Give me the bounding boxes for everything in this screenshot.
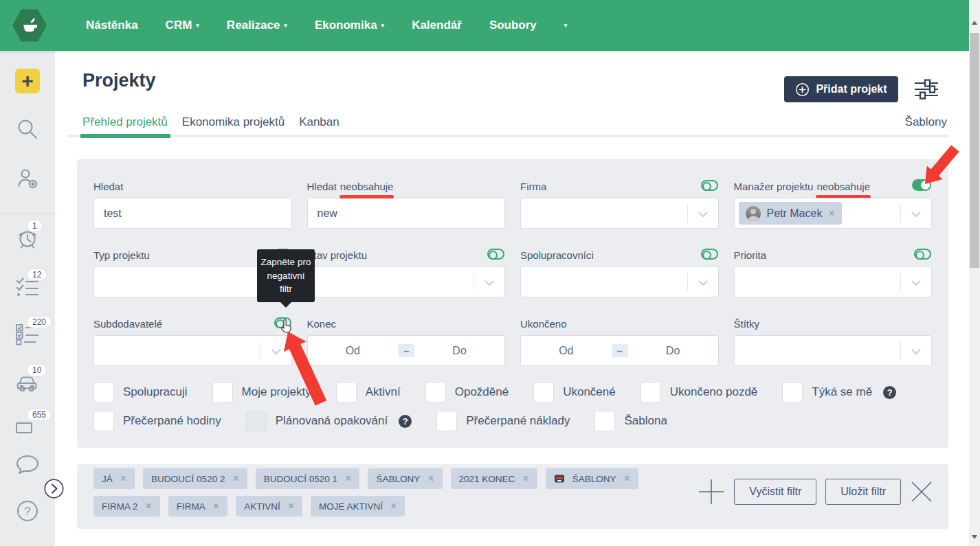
ukonceno-daterange[interactable]: Od – Do [520, 335, 719, 366]
checkbox-aktivni[interactable]: Aktivní [336, 382, 401, 402]
tab-ekonomika-projektu[interactable]: Ekonomika projektů [182, 115, 285, 129]
vertical-scrollbar[interactable] [969, 0, 980, 546]
reminders-button[interactable]: 1 [15, 226, 40, 251]
manazer-select[interactable]: Petr Macek × [734, 198, 933, 229]
trips-button[interactable]: 10 [15, 370, 40, 395]
checkbox-box[interactable] [212, 382, 233, 402]
chip-remove-icon[interactable]: × [146, 500, 152, 512]
checkbox-tyka-se-me[interactable]: Týká se mě? [782, 382, 896, 402]
saved-filter-chip[interactable]: BUDOUCÍ 0520 2× [143, 468, 247, 489]
nav-more-menu[interactable]: ▾ [564, 22, 568, 29]
date-from[interactable]: Od [559, 345, 573, 357]
date-from[interactable]: Od [346, 345, 360, 357]
chip-remove-icon[interactable]: × [623, 473, 630, 485]
quick-add-button[interactable]: + [15, 69, 40, 93]
hledat-input[interactable] [93, 198, 292, 229]
sidebar-expand-button[interactable] [44, 479, 64, 499]
checkbox-ukonceno-pozde[interactable]: Ukončeno pozdě [641, 382, 758, 402]
negative-filter-toggle[interactable] [487, 249, 504, 260]
negative-filter-toggle[interactable] [274, 317, 291, 328]
nav-item-ekonomika[interactable]: Ekonomika▾ [315, 19, 384, 32]
nav-item-realizace[interactable]: Realizace▾ [227, 19, 287, 32]
checkbox-moje-projekty[interactable]: Moje projekty [212, 382, 311, 402]
checkbox-box[interactable] [436, 411, 457, 431]
saved-filter-chip[interactable]: AKTIVNÍ× [236, 496, 302, 516]
add-saved-filter-button[interactable] [698, 477, 725, 506]
checkbox-box[interactable] [425, 382, 446, 402]
stav-projektu-select[interactable] [307, 266, 506, 297]
chip-remove-icon[interactable]: × [288, 500, 294, 512]
scrollbar-thumb[interactable] [970, 33, 979, 268]
konec-daterange[interactable]: Od – Do [307, 335, 506, 366]
nav-item-kalendar[interactable]: Kalendář [412, 19, 462, 32]
view-settings-button[interactable] [913, 78, 939, 101]
date-to[interactable]: Do [452, 345, 466, 357]
saved-filter-chip[interactable]: FIRMA 2× [93, 496, 160, 516]
saved-filter-chip-shared[interactable]: ŠABLONY × [546, 468, 638, 489]
records-button[interactable]: 655 [15, 415, 40, 440]
firma-select[interactable] [520, 198, 719, 229]
checkbox-sablona[interactable]: Šablona [594, 411, 667, 431]
todo-button[interactable]: 12 [15, 275, 40, 299]
checkbox-box[interactable] [641, 382, 661, 402]
help-icon[interactable]: ? [883, 386, 896, 399]
nav-item-soubory[interactable]: Soubory [489, 19, 537, 32]
negative-filter-toggle[interactable] [701, 249, 718, 260]
saved-filter-chip[interactable]: 2021 KONEC× [451, 468, 537, 489]
saved-filter-chip[interactable]: JÁ× [93, 468, 135, 489]
nav-item-nastenka[interactable]: Nástěnka [86, 19, 138, 32]
spolupracovnici-select[interactable] [520, 266, 719, 297]
checkbox-opozdene[interactable]: Opožděné [425, 382, 509, 402]
chip-remove-icon[interactable]: × [828, 207, 834, 220]
saved-filter-chip[interactable]: FIRMA× [168, 496, 227, 516]
close-filter-button[interactable] [910, 479, 933, 505]
chip-remove-icon[interactable]: × [427, 473, 434, 485]
chip-remove-icon[interactable]: × [213, 500, 219, 512]
stitky-select[interactable] [734, 335, 933, 366]
chip-remove-icon[interactable]: × [522, 473, 528, 485]
negative-filter-toggle[interactable] [701, 180, 718, 191]
saved-filter-chip[interactable]: BUDOUCÍ 0520 1× [256, 468, 360, 489]
nav-item-crm[interactable]: CRM▾ [166, 19, 199, 32]
saved-filter-chip[interactable]: MOJE AKTIVNÍ× [311, 496, 405, 516]
saved-filter-chip[interactable]: ŠABLONY× [368, 468, 442, 489]
checkbox-box[interactable] [93, 411, 114, 431]
priorita-select[interactable] [734, 266, 933, 297]
scroll-down-arrow[interactable] [972, 535, 977, 539]
checkbox-ukoncene[interactable]: Ukončené [533, 382, 616, 402]
date-to[interactable]: Do [666, 345, 680, 357]
scroll-up-arrow[interactable] [972, 21, 977, 25]
checkbox-box[interactable] [336, 382, 357, 402]
chip-remove-icon[interactable]: × [390, 500, 397, 512]
tab-sablony[interactable]: Šablony [905, 115, 947, 129]
checkbox-box[interactable] [782, 382, 803, 402]
checkbox-precerpane-hodiny[interactable]: Přečerpané hodiny [93, 411, 221, 431]
checkbox-box[interactable] [533, 382, 554, 402]
checkbox-box[interactable] [594, 411, 615, 431]
checkbox-box[interactable] [93, 382, 114, 402]
selected-manager-chip[interactable]: Petr Macek × [739, 202, 842, 225]
chip-remove-icon[interactable]: × [232, 473, 238, 485]
save-filter-button[interactable]: Uložit filtr [825, 479, 901, 505]
app-logo-icon[interactable] [12, 8, 47, 43]
hledat-neobsahuje-input[interactable] [307, 198, 506, 229]
subdodavatele-select[interactable] [93, 335, 292, 366]
negative-filter-toggle[interactable] [914, 249, 931, 260]
tab-kanban[interactable]: Kanban [299, 115, 339, 129]
checkbox-precerpane-naklady[interactable]: Přečerpané náklady [436, 411, 570, 431]
help-button[interactable]: ? [15, 499, 40, 523]
chip-remove-icon[interactable]: × [345, 473, 351, 485]
chip-remove-icon[interactable]: × [120, 473, 126, 485]
checkbox-spolupracuji[interactable]: Spolupracuji [93, 382, 188, 402]
tasks-button[interactable]: 220 [15, 322, 40, 347]
tab-prehled-projektu[interactable]: Přehled projektů [82, 115, 168, 129]
add-contact-button[interactable] [15, 166, 40, 191]
help-icon[interactable]: ? [399, 415, 412, 428]
search-button[interactable] [15, 117, 40, 141]
clear-filter-button[interactable]: Vyčistit filtr [734, 479, 816, 505]
add-project-button[interactable]: Přidat projekt [784, 76, 898, 102]
negative-filter-toggle-on[interactable] [912, 179, 931, 191]
checkbox-planovana-opakovani[interactable]: Plánovaná opakování? [246, 411, 412, 431]
saved-filters-panel: JÁ× BUDOUCÍ 0520 2× BUDOUCÍ 0520 1× ŠABL… [77, 464, 948, 529]
chat-button[interactable] [15, 452, 40, 477]
